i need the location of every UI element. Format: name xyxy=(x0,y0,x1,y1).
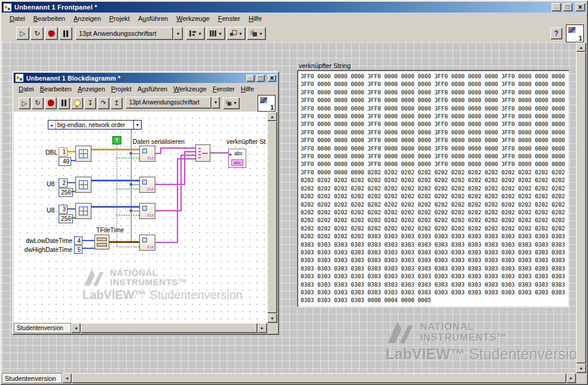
scroll-left-button[interactable]: ◄ xyxy=(71,323,81,333)
bd-menu-werkzeuge[interactable]: Werkzeuge xyxy=(170,84,209,94)
step-into-button[interactable]: ↧ xyxy=(84,97,96,109)
menu-ausfuehren[interactable]: Ausführen xyxy=(134,14,172,23)
dbl-value-constant[interactable]: 1 xyxy=(59,147,68,156)
menu-werkzeuge[interactable]: Werkzeuge xyxy=(172,14,213,23)
step-over-button[interactable]: ↷ xyxy=(97,97,109,109)
boolean-true-constant[interactable]: T xyxy=(112,136,121,144)
bd-font-settings-value: 13pt Anwendungsschriftart xyxy=(125,97,212,109)
bd-abort-button[interactable] xyxy=(45,97,57,109)
pause-button[interactable] xyxy=(59,27,72,40)
front-panel: verknüpfter String 3FF0 0000 0000 0000 3… xyxy=(2,42,576,373)
bd-run-continuous-button[interactable]: ↻ xyxy=(32,97,44,109)
bd-run-button[interactable]: ▷ xyxy=(19,97,30,109)
reorder-icon xyxy=(225,100,232,106)
bd-menu-datei[interactable]: Datei xyxy=(16,84,37,94)
chevron-down-icon[interactable] xyxy=(133,121,141,129)
bd-font-settings-dropdown[interactable]: 13pt Anwendungsschriftart xyxy=(125,97,220,110)
menu-projekt[interactable]: Projekt xyxy=(105,14,134,23)
dwhigh-value-constant[interactable]: 5 xyxy=(74,245,82,254)
menu-datei[interactable]: Datei xyxy=(5,14,29,23)
distribute-objects-dropdown[interactable] xyxy=(206,27,225,40)
increment-decrement-icon[interactable] xyxy=(48,121,56,129)
run-continuous-button[interactable]: ↻ xyxy=(30,27,44,40)
watermark-edition: Studentenversion xyxy=(149,288,243,301)
bd-minimize-button[interactable] xyxy=(246,75,255,82)
vi-icon-art xyxy=(568,27,575,33)
bd-maximize-button[interactable] xyxy=(256,75,265,82)
titlebar: Unbenannt 1 Frontpanel * xyxy=(2,2,586,13)
pause-icon xyxy=(62,100,66,106)
initialize-array-node-2[interactable] xyxy=(75,177,91,193)
menu-anzeigen[interactable]: Anzeigen xyxy=(69,14,105,23)
scrollbar-thumb[interactable] xyxy=(72,373,566,383)
font-settings-dropdown[interactable]: 13pt Anwendungsschriftart xyxy=(75,27,183,40)
u8b-count-constant[interactable]: 256 xyxy=(59,214,73,223)
byte-order-value: big-endian, network order xyxy=(56,121,133,129)
scroll-up-button[interactable]: ▲ xyxy=(267,112,277,121)
vi-document-icon xyxy=(15,73,24,82)
scrollbar-thumb[interactable] xyxy=(576,52,586,364)
indicator-direction-icon: ▸ xyxy=(229,152,232,157)
bd-titlebar: Unbenannt 1 Blockdiagramm * xyxy=(14,73,277,83)
bd-vi-icon-button[interactable]: 1 xyxy=(258,95,275,112)
abort-button[interactable] xyxy=(45,27,58,40)
scrollbar-thumb[interactable] xyxy=(81,323,258,333)
scroll-left-button[interactable]: ◄ xyxy=(62,373,72,383)
bd-close-button[interactable] xyxy=(268,75,276,82)
bd-reorder-dropdown[interactable] xyxy=(223,97,240,109)
bd-menu-ausfuehren[interactable]: Ausführen xyxy=(134,84,170,94)
dbl-count-constant[interactable]: 49 xyxy=(59,157,71,166)
concatenate-strings-node[interactable] xyxy=(195,144,210,162)
flatten-to-string-node-2[interactable] xyxy=(139,177,155,193)
bd-menu-fenster[interactable]: Fenster xyxy=(210,84,238,94)
wire-byte-order-stub-2 xyxy=(131,184,139,185)
flatten-to-string-node-1[interactable] xyxy=(139,146,155,162)
u8a-count-constant[interactable]: 256 xyxy=(59,188,73,197)
resize-objects-icon xyxy=(229,30,237,37)
scroll-up-button[interactable]: ▲ xyxy=(576,42,586,52)
initialize-array-node-1[interactable] xyxy=(75,146,91,162)
initialize-array-node-3[interactable] xyxy=(75,203,91,219)
vi-icon-button[interactable]: 1 xyxy=(566,24,584,42)
menu-fenster[interactable]: Fenster xyxy=(214,14,244,23)
string-indicator[interactable]: 3FF0 0000 0000 0000 3FF0 0000 0000 0000 … xyxy=(297,70,569,307)
scroll-right-button[interactable]: ► xyxy=(258,323,267,333)
resize-objects-dropdown[interactable] xyxy=(226,27,246,40)
reorder-dropdown[interactable] xyxy=(247,27,266,40)
u8b-value-constant[interactable]: 3 xyxy=(59,205,68,214)
minimize-button[interactable] xyxy=(552,3,561,11)
scroll-down-button[interactable]: ▼ xyxy=(576,364,586,373)
align-objects-dropdown[interactable] xyxy=(186,27,205,40)
flatten-to-string-node-3[interactable] xyxy=(139,203,155,219)
bd-window-title: Unbenannt 1 Blockdiagramm * xyxy=(26,75,244,82)
vi-icon-art xyxy=(260,97,267,103)
byte-order-enum-constant[interactable]: big-endian, network order xyxy=(48,120,142,130)
dwlow-value-constant[interactable]: 4 xyxy=(74,236,82,245)
bd-menu-hilfe[interactable]: Hilfe xyxy=(238,84,257,94)
flatten-to-string-node-4[interactable] xyxy=(139,235,155,251)
abort-icon xyxy=(48,100,54,106)
bundle-node[interactable] xyxy=(94,235,109,250)
close-button[interactable] xyxy=(575,3,585,11)
menu-bearbeiten[interactable]: Bearbeiten xyxy=(29,14,69,23)
scroll-down-button[interactable]: ▼ xyxy=(267,313,277,323)
highlight-execution-button[interactable] xyxy=(71,97,83,109)
scrollbar-thumb[interactable] xyxy=(267,121,277,313)
bd-menu-projekt[interactable]: Projekt xyxy=(108,84,134,94)
dwlowdatetime-label: dwLowDateTime xyxy=(20,237,72,244)
bd-vertical-scrollbar: ▲ ▼ xyxy=(267,112,277,323)
run-arrow-icon: ▷ xyxy=(22,99,27,107)
help-button[interactable]: ? xyxy=(550,27,562,39)
bd-toolbar: ▷ ↻ ↧ ↷ ↥ 13pt Anwendungsschriftart xyxy=(14,94,277,112)
run-button[interactable]: ▷ xyxy=(16,27,29,40)
step-out-button[interactable]: ↥ xyxy=(111,97,122,109)
string-indicator-terminal[interactable]: ▸ abc abc xyxy=(228,149,246,168)
menu-hilfe[interactable]: Hilfe xyxy=(244,14,266,23)
maximize-button[interactable] xyxy=(563,3,572,11)
wire-byte-order-stub-3 xyxy=(131,211,139,211)
bd-menu-bearbeiten[interactable]: Bearbeiten xyxy=(37,84,75,94)
bd-menu-anzeigen[interactable]: Anzeigen xyxy=(75,84,108,94)
scroll-right-button[interactable]: ► xyxy=(566,373,576,383)
bd-pause-button[interactable] xyxy=(58,97,70,109)
u8a-value-constant[interactable]: 2 xyxy=(59,178,68,187)
